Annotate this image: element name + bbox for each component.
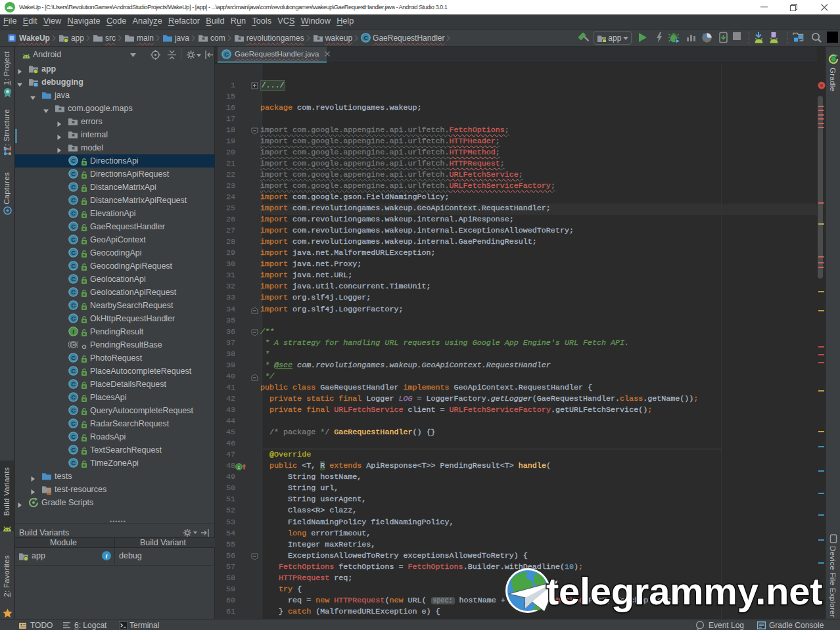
svg-text:C: C [71, 380, 76, 388]
svg-text:I: I [237, 464, 241, 470]
svg-text:C: C [71, 407, 76, 414]
svg-text:C: C [71, 433, 76, 440]
svg-text:C: C [71, 288, 76, 296]
svg-text:C: C [71, 315, 76, 322]
svg-text:C: C [363, 34, 368, 41]
svg-text:C: C [71, 302, 76, 309]
svg-text:I: I [72, 328, 74, 335]
svg-text:C: C [71, 170, 76, 177]
svg-text:C: C [71, 236, 76, 243]
svg-text:C: C [71, 367, 76, 374]
svg-text:C: C [71, 262, 76, 269]
svg-text:C: C [71, 157, 76, 164]
svg-text:C: C [71, 275, 76, 282]
svg-text:C: C [71, 459, 76, 466]
svg-text:C: C [71, 394, 76, 401]
svg-text:C: C [71, 420, 76, 427]
svg-text:C: C [71, 342, 76, 348]
svg-text:C: C [71, 354, 76, 361]
svg-text:C: C [224, 51, 229, 58]
svg-text:C: C [71, 446, 76, 453]
svg-text:C: C [71, 196, 76, 204]
svg-text:C: C [71, 223, 76, 230]
svg-text:C: C [71, 210, 76, 217]
svg-text:C: C [71, 183, 76, 191]
svg-text:C: C [71, 249, 76, 256]
